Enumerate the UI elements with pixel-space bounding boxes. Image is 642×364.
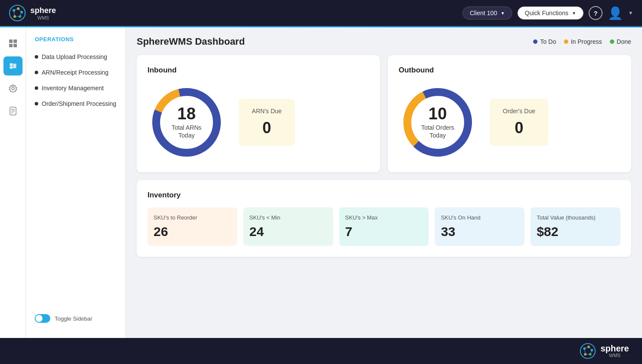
svg-point-19	[13, 65, 16, 67]
svg-point-21	[12, 87, 14, 90]
in-progress-label: In Progress	[571, 38, 602, 45]
sidebar-item-order-shipment[interactable]: Order/Shipment Processing	[26, 96, 125, 111]
logo-icon	[9, 4, 26, 22]
sidebar-icon-dashboard[interactable]	[3, 34, 23, 53]
svg-point-0	[10, 5, 25, 21]
user-icon: 👤	[608, 7, 623, 20]
app-header: sphere WMS Client 100 ▼ Quick Functions …	[0, 0, 642, 26]
stat-value: 7	[345, 224, 423, 239]
legend-in-progress: In Progress	[564, 38, 602, 45]
stat-value: $82	[537, 224, 614, 239]
main-content: SphereWMS Dashboard To Do In Progress Do…	[126, 27, 642, 338]
toggle-knob	[36, 315, 43, 322]
logo-name: sphere	[30, 6, 56, 15]
stat-skus-max: SKU's > Max 7	[339, 207, 429, 246]
quick-functions-button[interactable]: Quick Functions ▼	[518, 7, 583, 20]
user-chevron: ▼	[628, 10, 633, 16]
legend-done: Done	[610, 38, 631, 45]
outbound-label-line1: Total Orders	[421, 124, 454, 131]
done-label: Done	[617, 38, 631, 45]
dashboard-icon	[8, 39, 18, 48]
in-progress-dot	[564, 39, 568, 44]
svg-point-20	[10, 67, 12, 69]
logo: sphere WMS	[9, 4, 56, 22]
nav-dot	[35, 55, 38, 59]
main-layout: OPERATIONS Data Upload Processing ARN/Re…	[0, 27, 642, 338]
outbound-card: Outbound 10 Total Ord	[388, 55, 631, 172]
svg-rect-14	[13, 44, 17, 47]
inbound-outbound-row: Inbound 18	[137, 55, 631, 172]
sidebar-icons	[0, 27, 26, 338]
inbound-card-inner: 18 Total ARNs Today ARN's Due 0	[147, 83, 369, 161]
footer-logo-sub: WMS	[600, 353, 629, 358]
inbound-title: Inbound	[147, 66, 369, 75]
legend: To Do In Progress Done	[533, 38, 631, 45]
settings-icon	[8, 84, 18, 93]
inventory-title: Inventory	[147, 191, 620, 200]
nav-dot	[35, 71, 38, 74]
inbound-card: Inbound 18	[137, 55, 380, 172]
stat-value: 26	[154, 224, 231, 239]
inbound-label-line2: Today	[178, 132, 194, 139]
outbound-title: Outbound	[399, 66, 620, 75]
sidebar-icon-operations[interactable]	[3, 56, 23, 75]
legend-todo: To Do	[533, 38, 556, 45]
svg-rect-13	[9, 44, 13, 47]
todo-label: To Do	[540, 38, 556, 45]
outbound-due-value: 0	[503, 119, 535, 137]
operations-icon	[8, 61, 18, 71]
sidebar-toggle-area: Toggle Sidebar	[26, 308, 125, 329]
client-dropdown[interactable]: Client 100 ▼	[462, 7, 512, 20]
svg-rect-11	[9, 39, 13, 43]
sidebar-item-arn-receipt[interactable]: ARN/Receipt Processing	[26, 65, 125, 80]
inbound-due-label: ARN's Due	[252, 108, 282, 115]
stat-skus-min: SKU's < Min 24	[243, 207, 333, 246]
svg-point-32	[580, 344, 595, 358]
inbound-donut-text: 18 Total ARNs Today	[171, 105, 201, 139]
footer-logo: sphere WMS	[580, 343, 629, 359]
footer-logo-icon	[580, 343, 596, 359]
stat-skus-reorder: SKU's to Reorder 26	[147, 207, 237, 246]
stat-label: SKU's > Max	[345, 214, 423, 221]
sidebar-icon-reports[interactable]	[3, 102, 23, 121]
outbound-donut-text: 10 Total Orders Today	[421, 105, 454, 139]
toggle-label: Toggle Sidebar	[55, 315, 92, 322]
inbound-due-box: ARN's Due 0	[239, 99, 295, 146]
svg-line-7	[18, 9, 22, 12]
sidebar-item-label: Data Upload Processing	[42, 53, 107, 60]
app-footer: sphere WMS	[0, 338, 642, 364]
stat-label: SKU's On Hand	[441, 214, 518, 221]
sidebar-item-label: Order/Shipment Processing	[42, 100, 116, 107]
stat-label: SKU's < Min	[249, 214, 327, 221]
inbound-label-line1: Total ARNs	[171, 124, 201, 131]
todo-dot	[533, 39, 537, 44]
outbound-label-line2: Today	[429, 132, 445, 139]
outbound-due-label: Order's Due	[503, 108, 535, 115]
outbound-due-box: Order's Due 0	[490, 99, 548, 146]
reports-icon	[8, 106, 18, 116]
svg-point-18	[10, 63, 12, 66]
stat-value: 24	[249, 224, 327, 239]
footer-logo-name: sphere	[600, 344, 629, 353]
outbound-total: 10	[421, 105, 454, 122]
svg-line-39	[589, 347, 592, 351]
stat-label: SKU's to Reorder	[154, 214, 231, 221]
done-dot	[610, 39, 614, 44]
stat-value: 33	[441, 224, 518, 239]
help-button[interactable]: ?	[589, 6, 603, 20]
svg-rect-12	[13, 39, 17, 43]
page-title: SphereWMS Dashboard	[137, 36, 245, 47]
stat-label: Total Value (thousands)	[537, 214, 614, 221]
inventory-stats: SKU's to Reorder 26 SKU's < Min 24 SKU's…	[147, 207, 620, 246]
toggle-switch[interactable]	[35, 314, 50, 323]
sidebar-item-data-upload[interactable]: Data Upload Processing	[26, 49, 125, 65]
sidebar-item-inventory-mgmt[interactable]: Inventory Management	[26, 80, 125, 96]
nav-dot	[35, 86, 38, 90]
inbound-donut: 18 Total ARNs Today	[147, 83, 226, 161]
user-avatar-button[interactable]: 👤	[608, 6, 623, 20]
dashboard-header: SphereWMS Dashboard To Do In Progress Do…	[137, 36, 631, 47]
inventory-card: Inventory SKU's to Reorder 26 SKU's < Mi…	[137, 180, 631, 257]
sidebar-icon-settings[interactable]	[3, 79, 23, 98]
header-controls: Client 100 ▼ Quick Functions ▼ ? 👤 ▼	[462, 6, 633, 20]
sidebar-section-title: OPERATIONS	[26, 36, 125, 49]
